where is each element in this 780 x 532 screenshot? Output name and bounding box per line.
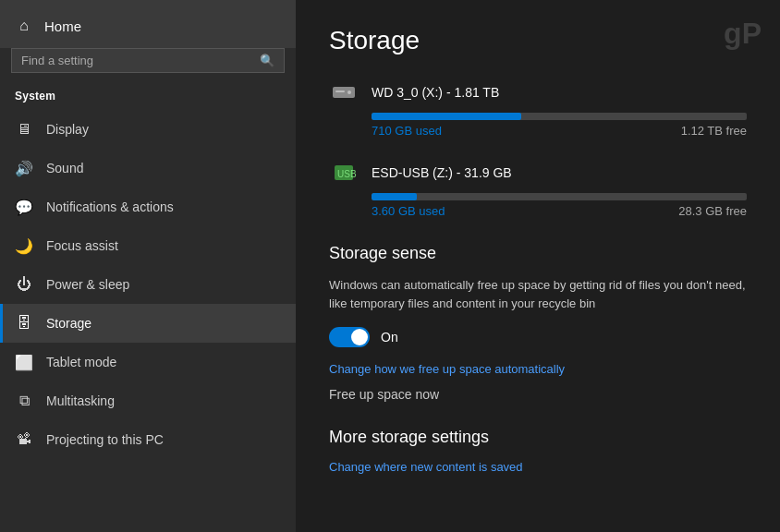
sidebar-item-sound[interactable]: 🔊 Sound xyxy=(0,149,296,187)
more-settings-title: More storage settings xyxy=(329,428,747,447)
storage-icon: 🗄 xyxy=(15,314,33,332)
sidebar-item-label: Focus assist xyxy=(46,238,118,253)
drive-name-1: ESD-USB (Z:) - 31.9 GB xyxy=(372,165,512,180)
multitasking-icon: ⧉ xyxy=(15,392,33,410)
sidebar-item-label: Multitasking xyxy=(46,393,115,408)
display-icon: 🖥 xyxy=(15,120,33,139)
sidebar-item-label: Notifications & actions xyxy=(46,200,174,214)
notifications-icon: 💬 xyxy=(15,198,33,216)
sidebar-item-multitasking[interactable]: ⧉ Multitasking xyxy=(0,381,296,420)
sidebar-item-power[interactable]: ⏻ Power & sleep xyxy=(0,265,296,304)
drive-item-0: WD 3_0 (X:) - 1.81 TB 710 GB used 1.12 T… xyxy=(329,78,747,138)
sidebar: ⌂ Home 🔍 System 🖥 Display 🔊 Sound 💬 Noti… xyxy=(0,0,296,532)
main-content: gP Storage WD 3_0 (X:) - 1.81 TB 710 GB … xyxy=(296,0,780,532)
drive-name-0: WD 3_0 (X:) - 1.81 TB xyxy=(372,85,499,100)
sidebar-item-display[interactable]: 🖥 Display xyxy=(0,110,296,149)
watermark: gP xyxy=(724,17,762,51)
drive-item-1: USB ESD-USB (Z:) - 31.9 GB 3.60 GB used … xyxy=(329,158,747,218)
sidebar-item-storage[interactable]: 🗄 Storage xyxy=(0,304,296,343)
storage-sense-description: Windows can automatically free up space … xyxy=(329,276,747,312)
sidebar-item-label: Tablet mode xyxy=(46,355,116,369)
sidebar-item-projecting[interactable]: 📽 Projecting to this PC xyxy=(0,420,296,459)
change-content-saved-link[interactable]: Change where new content is saved xyxy=(329,460,747,474)
hdd-icon xyxy=(329,78,359,107)
storage-sense-toggle[interactable] xyxy=(329,327,370,347)
drive-free-0: 1.12 TB free xyxy=(681,124,747,138)
search-input[interactable] xyxy=(21,54,252,67)
sidebar-item-label: Projecting to this PC xyxy=(46,432,164,447)
power-icon: ⏻ xyxy=(15,275,33,294)
toggle-knob xyxy=(351,329,368,345)
sidebar-item-tablet[interactable]: ⬜ Tablet mode xyxy=(0,343,296,381)
drive-progress-0 xyxy=(372,113,747,120)
free-up-button[interactable]: Free up space now xyxy=(329,387,747,402)
search-box[interactable]: 🔍 xyxy=(11,48,285,73)
drive-details-0: 710 GB used 1.12 TB free xyxy=(372,124,747,138)
drive-details-1: 3.60 GB used 28.3 GB free xyxy=(372,204,747,218)
drive-used-0: 710 GB used xyxy=(372,124,442,138)
drive-header-1: USB ESD-USB (Z:) - 31.9 GB xyxy=(329,158,747,187)
storage-sense-title: Storage sense xyxy=(329,244,747,263)
toggle-label: On xyxy=(381,330,398,345)
home-label: Home xyxy=(44,18,81,34)
drive-progress-bar-1 xyxy=(372,193,417,200)
svg-rect-2 xyxy=(335,91,345,92)
sidebar-item-focus[interactable]: 🌙 Focus assist xyxy=(0,226,296,265)
search-icon: 🔍 xyxy=(260,54,274,67)
drive-free-1: 28.3 GB free xyxy=(678,204,747,218)
sidebar-item-notifications[interactable]: 💬 Notifications & actions xyxy=(0,187,296,226)
sidebar-home[interactable]: ⌂ Home xyxy=(0,0,296,48)
page-title: Storage xyxy=(329,26,747,55)
toggle-row: On xyxy=(329,327,747,347)
focus-icon: 🌙 xyxy=(15,236,33,255)
sidebar-section-label: System xyxy=(0,84,296,110)
sound-icon: 🔊 xyxy=(15,159,33,177)
sidebar-item-label: Sound xyxy=(46,161,83,175)
sidebar-item-label: Storage xyxy=(46,316,91,331)
projecting-icon: 📽 xyxy=(15,430,33,449)
svg-text:USB: USB xyxy=(337,169,357,179)
svg-point-1 xyxy=(347,91,351,94)
change-free-space-link[interactable]: Change how we free up space automaticall… xyxy=(329,362,747,376)
drive-used-1: 3.60 GB used xyxy=(372,204,445,218)
usb-icon: USB xyxy=(329,158,359,187)
sidebar-item-label: Power & sleep xyxy=(46,277,129,292)
sidebar-item-label: Display xyxy=(46,122,89,137)
home-icon: ⌂ xyxy=(15,17,33,35)
drive-header-0: WD 3_0 (X:) - 1.81 TB xyxy=(329,78,747,107)
tablet-icon: ⬜ xyxy=(15,353,33,371)
drive-progress-1 xyxy=(372,193,747,200)
drive-progress-bar-0 xyxy=(372,113,521,120)
